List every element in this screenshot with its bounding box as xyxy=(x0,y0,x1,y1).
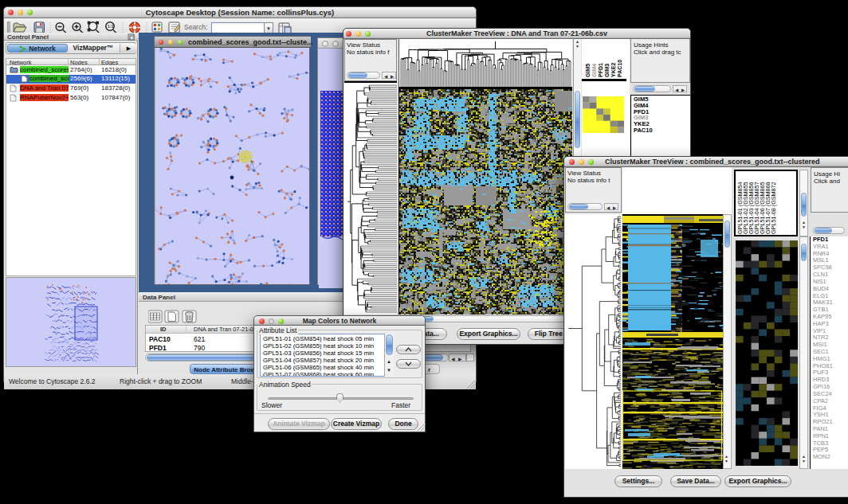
svg-text:1:1: 1:1 xyxy=(108,24,113,29)
svg-text:Search:: Search: xyxy=(184,23,207,31)
